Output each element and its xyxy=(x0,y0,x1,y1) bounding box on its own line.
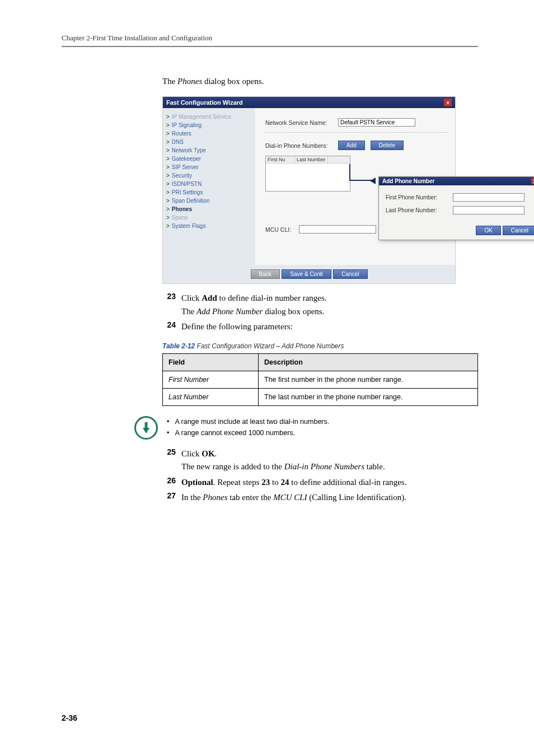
separator xyxy=(265,132,447,133)
chapter-running-head: Chapter 2-First Time Installation and Co… xyxy=(62,34,478,43)
footer-cancel-button[interactable]: Cancel xyxy=(333,269,367,279)
step-24-body: Define the following parameters: xyxy=(181,320,478,333)
last-phone-label: Last Phone Number: xyxy=(386,207,447,213)
step-number: 25 xyxy=(162,447,176,456)
last-phone-input[interactable] xyxy=(453,206,524,214)
sidebar-item-network-type[interactable]: >Network Type xyxy=(166,146,252,155)
page-number: 2-36 xyxy=(62,713,77,722)
table-row: First Number The first number in the pho… xyxy=(163,371,478,389)
step-number: 26 xyxy=(162,476,176,485)
chevron-icon: > xyxy=(166,114,170,120)
intro-pre: The xyxy=(162,77,177,86)
sidebar-item-spans[interactable]: >Spans xyxy=(166,213,252,222)
table-caption: Table 2-12 Fast Configuration Wizard – A… xyxy=(162,342,478,350)
sidebar-item-security[interactable]: >Security xyxy=(166,171,252,180)
step-number: 24 xyxy=(162,320,176,329)
sidebar-label: DNS xyxy=(172,139,184,145)
sidebar-item-dns[interactable]: >DNS xyxy=(166,138,252,146)
table-cell-desc: The first number in the phone number ran… xyxy=(259,371,478,389)
net-service-label: Network Service Name: xyxy=(265,119,332,126)
add-button[interactable]: Add xyxy=(338,141,365,150)
sidebar-item-phones[interactable]: >Phones xyxy=(166,205,252,213)
sidebar-item-sip-server[interactable]: >SIP Server xyxy=(166,163,252,171)
sidebar-label: Network Type xyxy=(172,147,206,153)
chevron-icon: > xyxy=(166,164,170,170)
wizard-title: Fast Configuration Wizard xyxy=(166,99,243,106)
close-icon[interactable]: x xyxy=(444,99,452,106)
sidebar-item-span-definition[interactable]: >Span Definition xyxy=(166,197,252,205)
delete-button[interactable]: Delete xyxy=(371,141,404,150)
bullet-icon: • xyxy=(167,416,169,427)
chevron-icon: > xyxy=(166,156,170,162)
sidebar-label: Phones xyxy=(172,206,192,212)
cancel-button[interactable]: Cancel xyxy=(503,226,534,235)
sidebar-item-routers[interactable]: >Routers xyxy=(166,129,252,138)
callout-line xyxy=(349,180,372,181)
add-phone-dialog: Add Phone Number x First Phone Number: L… xyxy=(378,176,534,240)
sub-dialog-title: Add Phone Number xyxy=(382,178,434,184)
first-phone-label: First Phone Number: xyxy=(386,194,447,200)
chevron-icon: > xyxy=(166,198,170,204)
back-button[interactable]: Back xyxy=(251,269,280,279)
sidebar-label: PRI Settings xyxy=(172,189,203,195)
chevron-icon: > xyxy=(166,214,170,221)
sidebar-label: Security xyxy=(172,172,192,179)
table-row: Last Number The last number in the phone… xyxy=(163,389,478,406)
close-icon[interactable]: x xyxy=(531,178,534,184)
net-service-input[interactable] xyxy=(338,118,415,127)
wizard-screenshot: Fast Configuration Wizard x >IP Manageme… xyxy=(162,96,456,284)
mcu-cli-label: MCU CLI: xyxy=(265,226,293,233)
chevron-icon: > xyxy=(166,181,170,187)
intro-em: Phones xyxy=(177,77,202,86)
step-25-body: Click OK. The new range is added to the … xyxy=(181,447,478,474)
step-23-body: Click Add to define dial-in number range… xyxy=(181,292,478,318)
wizard-sidebar: >IP Management Service >IP Signaling >Ro… xyxy=(163,108,255,265)
bullet-icon: • xyxy=(167,427,169,438)
sidebar-item-isdn-pstn[interactable]: >ISDN/PSTN xyxy=(166,180,252,188)
sidebar-label: Span Definition xyxy=(172,198,210,204)
sidebar-label: IP Signaling xyxy=(172,122,202,128)
sidebar-item-gatekeeper[interactable]: >Gatekeeper xyxy=(166,155,252,163)
sidebar-item-ip-signaling[interactable]: >IP Signaling xyxy=(166,121,252,129)
callout-arrow-icon xyxy=(370,178,376,184)
table-header-field: Field xyxy=(163,354,259,371)
chevron-icon: > xyxy=(166,122,170,128)
save-continue-button[interactable]: Save & Conti xyxy=(282,269,331,279)
column-first-number: First Nu xyxy=(266,156,295,163)
chevron-icon: > xyxy=(166,139,170,145)
mcu-cli-input[interactable] xyxy=(299,225,376,234)
sidebar-label: Gatekeeper xyxy=(172,156,201,162)
step-number: 23 xyxy=(162,292,176,301)
sidebar-label: ISDN/PSTN xyxy=(172,181,202,187)
ok-button[interactable]: OK xyxy=(476,226,500,235)
table-header-description: Description xyxy=(259,354,478,371)
sidebar-label: SIP Server xyxy=(172,164,199,170)
chevron-icon: > xyxy=(166,130,170,137)
sidebar-item-ip-management[interactable]: >IP Management Service xyxy=(166,113,252,121)
chevron-icon: > xyxy=(166,147,170,153)
note-icon xyxy=(134,416,158,440)
sidebar-label: Routers xyxy=(172,130,191,137)
step-number: 27 xyxy=(162,491,176,500)
sidebar-label: System Flags xyxy=(172,223,206,229)
chevron-icon: > xyxy=(166,206,170,212)
sidebar-item-pri-settings[interactable]: >PRI Settings xyxy=(166,188,252,197)
wizard-footer: Back Save & Conti Cancel xyxy=(163,265,455,283)
first-phone-input[interactable] xyxy=(453,193,524,202)
intro-post: dialog box opens. xyxy=(202,77,264,86)
step-26-body: Optional. Repeat steps 23 to 24 to defin… xyxy=(181,476,478,489)
note-text: •A range must include at least two dial-… xyxy=(167,416,329,438)
chevron-icon: > xyxy=(166,189,170,195)
dialin-label: Dial-in Phone Numbers: xyxy=(265,142,332,149)
table-cell-desc: The last number in the phone number rang… xyxy=(259,389,478,406)
intro-text: The Phones dialog box opens. xyxy=(162,75,478,88)
field-description-table: Field Description First Number The first… xyxy=(162,353,478,406)
table-cell-field: Last Number xyxy=(163,389,259,406)
sidebar-item-system-flags[interactable]: >System Flags xyxy=(166,222,252,230)
table-cell-field: First Number xyxy=(163,371,259,389)
wizard-titlebar: Fast Configuration Wizard x xyxy=(163,97,455,108)
wizard-main-panel: Network Service Name: Dial-in Phone Numb… xyxy=(255,108,455,265)
dialin-numbers-list[interactable]: First Nu Last Number xyxy=(265,156,350,192)
chevron-icon: > xyxy=(166,223,170,229)
column-last-number: Last Number xyxy=(295,156,328,163)
